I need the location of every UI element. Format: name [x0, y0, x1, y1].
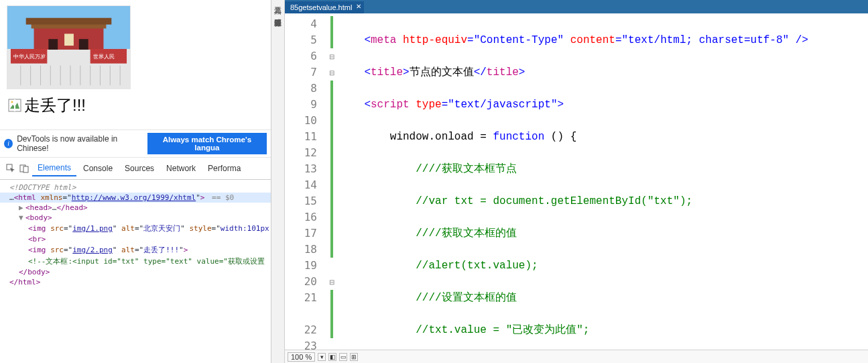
- ide-tabbar: 85getsetvalue.html ✕: [285, 0, 868, 13]
- ide-statusbar: 100 % ▾ ◧ ▭ ⊞: [285, 350, 868, 363]
- code-line-6: <script type="text/javascript">: [338, 97, 868, 113]
- devtools-lang-banner: i DevTools is now available in Chinese! …: [0, 129, 271, 158]
- svg-text:中华人民万岁: 中华人民万岁: [13, 54, 46, 60]
- browser-panel: 中华人民万岁 世界人民 走丢了!!! i DevTools is now ava…: [0, 0, 271, 363]
- dom-head[interactable]: ▶<head>…</head>: [0, 203, 271, 213]
- svg-text:世界人民: 世界人民: [93, 54, 115, 60]
- dom-html-open[interactable]: …<html xmlns="http://www.w3.org/1999/xht…: [0, 193, 271, 203]
- dom-body-close[interactable]: </body>: [0, 267, 271, 277]
- code-editor[interactable]: 4567891011121314151617181920212223 ⊟ ⊟ ⊟: [285, 13, 868, 350]
- tab-network[interactable]: Network: [161, 161, 201, 176]
- code-line-10: ////获取文本框的值: [338, 225, 868, 242]
- ide-panel: 工具箱 服务器资源管理器 85getsetvalue.html ✕ 456789…: [271, 0, 868, 363]
- close-icon[interactable]: ✕: [356, 2, 361, 11]
- dom-body-open[interactable]: ▼<body>: [0, 213, 271, 223]
- tab-elements[interactable]: Elements: [32, 160, 76, 176]
- dom-img2[interactable]: <img src="img/2.png" alt="走丢了!!!">: [0, 244, 271, 256]
- code-line-9: //var txt = document.getElementById("txt…: [338, 193, 868, 209]
- broken-image-alt: 走丢了!!!: [24, 95, 86, 116]
- inspect-icon[interactable]: [5, 163, 16, 174]
- dom-doctype: <!DOCTYPE html>: [0, 183, 271, 193]
- code-line-13: //txt.value = "已改变为此值";: [338, 322, 868, 338]
- code-body[interactable]: <meta http-equiv="Content-Type" content=…: [338, 13, 868, 350]
- sb-btn-3[interactable]: ⊞: [350, 353, 358, 361]
- code-line-4: <meta http-equiv="Content-Type" content=…: [338, 32, 868, 48]
- dom-img1[interactable]: <img src="img/1.png" alt="北京天安门" style="…: [0, 223, 271, 234]
- tab-console[interactable]: Console: [78, 161, 118, 176]
- banner-match-button[interactable]: Always match Chrome's langua: [147, 133, 267, 154]
- zoom-level[interactable]: 100 %: [288, 352, 315, 362]
- broken-image-2: 走丢了!!!: [8, 95, 265, 116]
- zoom-dropdown-icon[interactable]: ▾: [318, 353, 326, 361]
- sb-btn-2[interactable]: ▭: [339, 353, 347, 361]
- device-icon[interactable]: [19, 163, 29, 174]
- line-number-gutter: 4567891011121314151617181920212223: [285, 13, 325, 350]
- svg-rect-7: [64, 34, 74, 46]
- svg-rect-29: [23, 166, 28, 172]
- code-line-5: <title>节点的文本值</title>: [338, 64, 868, 81]
- tab-sources[interactable]: Sources: [119, 161, 160, 176]
- dom-html-close[interactable]: </html>: [0, 277, 271, 287]
- dom-br[interactable]: <br>: [0, 234, 271, 244]
- code-line-12: ////设置文本框的值: [338, 290, 868, 306]
- svg-rect-4: [26, 18, 112, 25]
- devtools-tabbar: Elements Console Sources Network Perform…: [0, 158, 271, 180]
- info-icon: i: [4, 139, 13, 148]
- code-line-7: window.onload = function () {: [338, 129, 868, 145]
- ide-left-rail: 工具箱 服务器资源管理器: [271, 0, 285, 363]
- broken-image-icon: [8, 99, 21, 112]
- code-line-11: //alert(txt.value);: [338, 258, 868, 274]
- ide-tab-file[interactable]: 85getsetvalue.html ✕: [285, 1, 364, 13]
- page-preview: 中华人民万岁 世界人民 走丢了!!!: [0, 0, 271, 129]
- banner-msg: DevTools is now available in Chinese!: [17, 134, 143, 153]
- svg-point-25: [11, 101, 13, 103]
- svg-rect-5: [48, 39, 58, 50]
- sb-btn-1[interactable]: ◧: [328, 353, 336, 361]
- preview-image-1: 中华人民万岁 世界人民: [7, 5, 131, 89]
- fold-marker-gutter: ⊟ ⊟ ⊟: [325, 13, 338, 350]
- elements-dom-tree[interactable]: <!DOCTYPE html> …<html xmlns="http://www…: [0, 180, 271, 363]
- dom-comment[interactable]: <!--文本框:<input id="txt" type="text" valu…: [0, 256, 271, 267]
- svg-rect-6: [79, 39, 88, 50]
- code-line-8: ////获取文本框节点: [338, 161, 868, 177]
- ide-tab-label: 85getsetvalue.html: [290, 3, 352, 11]
- tab-performance[interactable]: Performa: [202, 161, 246, 176]
